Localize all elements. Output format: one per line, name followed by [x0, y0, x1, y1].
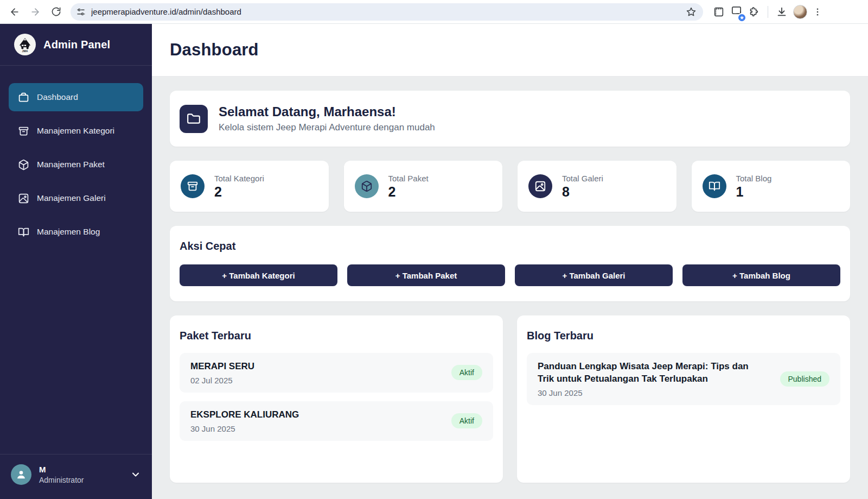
browser-back-button[interactable]	[5, 3, 24, 21]
stat-label: Total Blog	[736, 174, 772, 183]
stats-row: Total Kategori 2 Total Paket 2	[170, 161, 850, 212]
stat-value: 2	[214, 185, 264, 199]
blog-terbaru-title: Blog Terbaru	[527, 330, 840, 342]
paket-info: MERAPI SERU 02 Jul 2025	[190, 361, 254, 385]
downloads-icon[interactable]	[776, 6, 788, 18]
paket-terbaru-card: Paket Terbaru MERAPI SERU 02 Jul 2025 Ak…	[170, 315, 503, 483]
book-icon	[17, 226, 29, 238]
sidebar-item-manajemen-paket[interactable]: Manajemen Paket	[9, 150, 143, 179]
back-arrow-icon	[9, 7, 20, 17]
status-badge: Aktif	[451, 365, 482, 380]
paket-date: 02 Jul 2025	[190, 376, 254, 385]
stat-label: Total Galeri	[562, 174, 603, 183]
tambah-kategori-button[interactable]: + Tambah Kategori	[180, 264, 337, 286]
bottom-row: Paket Terbaru MERAPI SERU 02 Jul 2025 Ak…	[170, 315, 850, 483]
welcome-title: Selamat Datang, Marhaensa!	[219, 104, 435, 119]
quick-actions-title: Aksi Cepat	[180, 240, 840, 252]
paket-terbaru-title: Paket Terbaru	[180, 330, 493, 342]
browser-reload-button[interactable]	[47, 3, 65, 21]
jeep-mountain-icon: JMA	[16, 35, 34, 54]
jeep-merapi-logo: JMA	[14, 34, 36, 55]
browser-actions: ★	[713, 4, 822, 19]
cube-icon	[355, 174, 379, 198]
paket-info: EKSPLORE KALIURANG 30 Jun 2025	[190, 409, 299, 433]
bookmark-star-icon[interactable]	[686, 7, 697, 17]
folder-icon	[187, 112, 201, 126]
blog-terbaru-card: Blog Terbaru Panduan Lengkap Wisata Jeep…	[517, 315, 850, 483]
reload-icon	[51, 7, 61, 17]
address-bar[interactable]: jeepmerapiadventure.id/admin/dashboard	[71, 3, 703, 21]
browser-forward-button[interactable]	[26, 3, 44, 21]
profile-avatar[interactable]	[793, 5, 807, 19]
page-title: Dashboard	[170, 40, 259, 60]
stat-label: Total Paket	[388, 174, 429, 183]
welcome-subtitle: Kelola sistem Jeep Merapi Adventure deng…	[219, 122, 435, 133]
tambah-paket-button[interactable]: + Tambah Paket	[347, 264, 505, 286]
cube-icon	[17, 159, 29, 170]
stat-value: 2	[388, 185, 429, 199]
sidebar-item-dashboard[interactable]: Dashboard	[9, 83, 143, 111]
sidebar-header: JMA Admin Panel	[0, 24, 152, 66]
user-meta: M Administrator	[39, 465, 84, 484]
sidebar-item-manajemen-kategori[interactable]: Manajemen Kategori	[9, 117, 143, 145]
status-badge: Aktif	[451, 413, 482, 428]
sidebar-item-label: Manajemen Paket	[37, 160, 105, 169]
stat-value: 8	[562, 185, 603, 199]
stat-value: 1	[736, 185, 772, 199]
sidebar-item-label: Manajemen Kategori	[37, 126, 114, 136]
tambah-galeri-button[interactable]: + Tambah Galeri	[515, 264, 673, 286]
stat-label: Total Kategori	[214, 174, 264, 183]
url-text[interactable]: jeepmerapiadventure.id/admin/dashboard	[91, 7, 686, 16]
paket-date: 30 Jun 2025	[190, 424, 299, 433]
forward-arrow-icon	[30, 7, 41, 17]
star-badge-icon: ★	[737, 13, 746, 22]
dashboard-content: Selamat Datang, Marhaensa! Kelola sistem…	[152, 77, 868, 499]
browser-toolbar: jeepmerapiadventure.id/admin/dashboard ★	[0, 0, 868, 24]
user-avatar	[11, 464, 31, 485]
stat-card-total-blog: Total Blog 1	[692, 161, 851, 212]
media-panel-button[interactable]: ★	[730, 4, 743, 19]
archive-icon	[181, 174, 205, 198]
status-badge: Published	[780, 371, 830, 387]
sidebar-item-label: Manajemen Galeri	[37, 193, 106, 203]
paket-list-item[interactable]: MERAPI SERU 02 Jul 2025 Aktif	[180, 353, 493, 393]
sidebar-item-manajemen-galeri[interactable]: Manajemen Galeri	[9, 184, 143, 212]
image-icon	[528, 174, 552, 198]
welcome-text: Selamat Datang, Marhaensa! Kelola sistem…	[219, 104, 435, 133]
browser-menu-icon[interactable]	[813, 7, 822, 17]
toolbar-divider	[768, 6, 768, 18]
admin-panel-title: Admin Panel	[43, 39, 110, 51]
screenshot-ruler-icon[interactable]	[713, 6, 725, 18]
stat-card-total-galeri: Total Galeri 8	[518, 161, 676, 212]
archive-icon	[17, 125, 29, 137]
blog-info: Panduan Lengkap Wisata Jeep Merapi: Tips…	[538, 361, 765, 397]
book-icon	[703, 174, 726, 198]
folder-icon-tile	[180, 105, 208, 133]
paket-name: MERAPI SERU	[190, 361, 254, 373]
user-role: Administrator	[39, 476, 84, 484]
briefcase-icon	[17, 91, 29, 103]
chevron-down-icon[interactable]	[130, 469, 141, 480]
sidebar: JMA Admin Panel Dashboard Manajemen Kate…	[0, 24, 152, 499]
extensions-puzzle-icon[interactable]	[748, 6, 760, 18]
sidebar-nav: Dashboard Manajemen Kategori Manajemen P…	[0, 66, 152, 246]
sidebar-item-manajemen-blog[interactable]: Manajemen Blog	[9, 218, 143, 246]
svg-text:JMA: JMA	[22, 49, 28, 53]
welcome-card: Selamat Datang, Marhaensa! Kelola sistem…	[170, 91, 850, 147]
sidebar-user-menu[interactable]: M Administrator	[0, 454, 152, 499]
paket-name: EKSPLORE KALIURANG	[190, 409, 299, 421]
blog-title: Panduan Lengkap Wisata Jeep Merapi: Tips…	[538, 361, 765, 386]
page-header: Dashboard	[152, 24, 868, 77]
sidebar-item-label: Manajemen Blog	[37, 227, 100, 237]
quick-actions-buttons: + Tambah Kategori + Tambah Paket + Tamba…	[180, 264, 840, 286]
stat-card-total-kategori: Total Kategori 2	[170, 161, 329, 212]
main-area: Dashboard Selamat Datang, Marhaensa! Kel…	[152, 24, 868, 499]
stat-card-total-paket: Total Paket 2	[344, 161, 503, 212]
quick-actions-card: Aksi Cepat + Tambah Kategori + Tambah Pa…	[170, 226, 850, 301]
blog-list-item[interactable]: Panduan Lengkap Wisata Jeep Merapi: Tips…	[527, 353, 840, 405]
tambah-blog-button[interactable]: + Tambah Blog	[682, 264, 840, 286]
site-settings-icon[interactable]	[76, 7, 86, 17]
paket-list-item[interactable]: EKSPLORE KALIURANG 30 Jun 2025 Aktif	[180, 401, 493, 441]
image-icon	[17, 192, 29, 204]
user-name: M	[39, 465, 84, 474]
